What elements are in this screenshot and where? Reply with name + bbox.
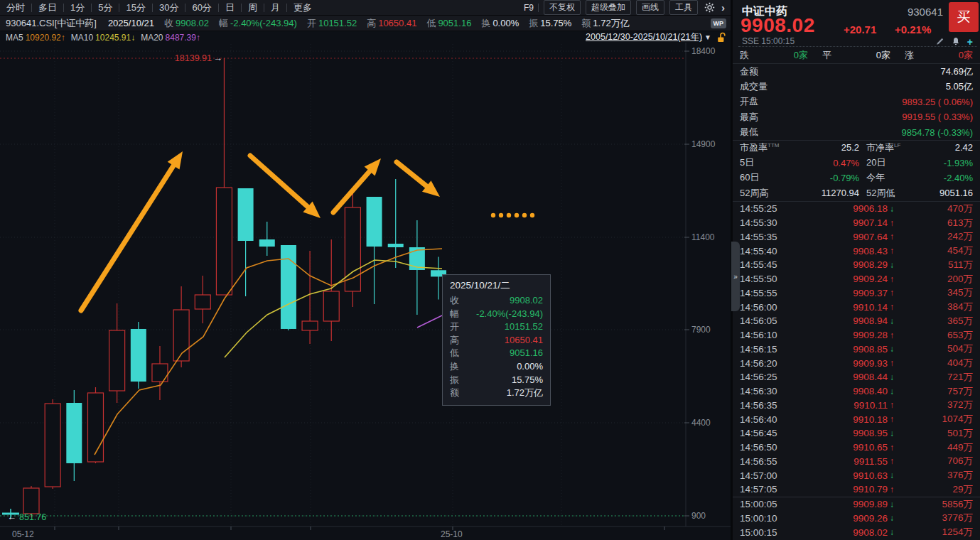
pair-value: 0.47% bbox=[833, 158, 859, 168]
tape-price: 9906.18 bbox=[802, 203, 888, 214]
tape-price: 9910.63 bbox=[802, 470, 888, 481]
arrow-down-icon: ↓ bbox=[888, 428, 901, 438]
tape-row[interactable]: 14:56:309908.40↓757万 bbox=[733, 384, 980, 399]
tape-time: 14:56:45 bbox=[740, 428, 802, 438]
tape-price: 9908.29 bbox=[802, 259, 888, 270]
field-value: 9908.02 bbox=[176, 18, 209, 28]
menu-item-5分[interactable]: 5分 bbox=[92, 1, 119, 14]
price-change: +20.71 bbox=[844, 23, 876, 36]
pair-value: 11270.94 bbox=[822, 188, 859, 198]
stat-label: 成交量 bbox=[740, 80, 768, 93]
menu-item-分时[interactable]: 分时 bbox=[0, 1, 31, 14]
arrow-down-icon: ↓ bbox=[888, 344, 901, 354]
breadth-value: 0家 bbox=[959, 49, 973, 62]
tape-row[interactable]: 14:56:459908.95↓501万 bbox=[733, 426, 980, 441]
stat-row-金额: 金额74.69亿 bbox=[733, 64, 980, 79]
tape-row[interactable]: 15:00:059909.89↓5856万 bbox=[733, 497, 980, 512]
tape-price: 9908.02 bbox=[802, 527, 888, 538]
breadth-平: 平0家 bbox=[815, 47, 898, 63]
tape-row[interactable]: 14:56:009910.14↑384万 bbox=[733, 300, 980, 314]
field-value: 0.00% bbox=[492, 18, 519, 28]
pair-value: -0.79% bbox=[830, 173, 859, 183]
date-range-label[interactable]: 2005/12/30-2025/10/21(21年) bbox=[586, 31, 702, 43]
tape-volume: 384万 bbox=[901, 301, 973, 313]
tape-price: 9908.43 bbox=[802, 246, 888, 256]
menu-item-60分[interactable]: 60分 bbox=[185, 1, 217, 14]
tape-time: 14:55:50 bbox=[740, 274, 802, 284]
tape-price: 9909.93 bbox=[802, 358, 888, 369]
tape-row[interactable]: 14:56:359910.11↑372万 bbox=[733, 399, 980, 413]
tape-time: 14:56:40 bbox=[740, 414, 802, 425]
tape-volume: 501万 bbox=[901, 427, 973, 440]
tooltip-value: 10650.41 bbox=[505, 334, 543, 347]
menu-item-30分[interactable]: 30分 bbox=[153, 1, 185, 14]
tape-row[interactable]: 14:56:209909.93↑404万 bbox=[733, 356, 980, 370]
tape-row[interactable]: 15:00:159908.02↓1254万 bbox=[733, 525, 980, 539]
exchange-timestamp: SSE 15:00:15 bbox=[742, 36, 795, 46]
tape-row[interactable]: 14:56:259908.44↓721万 bbox=[733, 370, 980, 384]
tape-time: 14:56:50 bbox=[740, 442, 802, 453]
chevron-down-icon[interactable]: ▼ bbox=[704, 33, 711, 41]
tape-row[interactable]: 14:56:509910.65↑449万 bbox=[733, 441, 980, 455]
tape-row[interactable]: 14:55:459908.29↓511万 bbox=[733, 258, 980, 272]
pair-label: 今年 bbox=[866, 171, 885, 184]
menu-item-日[interactable]: 日 bbox=[219, 1, 241, 14]
tooltip-label: 高 bbox=[450, 334, 459, 347]
tape-row[interactable]: 15:00:109909.26↓3776万 bbox=[733, 512, 980, 526]
field-振: 振15.75% bbox=[529, 17, 571, 30]
tape-row[interactable]: 14:56:559911.55↑706万 bbox=[733, 455, 980, 469]
tape-row[interactable]: 14:57:059910.79↑29万 bbox=[733, 482, 980, 497]
tape-row[interactable]: 14:56:059908.94↓365万 bbox=[733, 314, 980, 328]
tape-row[interactable]: 14:56:409910.18↑1074万 bbox=[733, 412, 980, 426]
arrow-down-icon: ↓ bbox=[888, 513, 901, 523]
quote-panel: 中证中药 930641 买 9908.02 +20.71 +0.21% SSE … bbox=[733, 0, 980, 540]
add-to-watchlist-icon[interactable]: + bbox=[967, 38, 973, 46]
tape-volume: 404万 bbox=[901, 357, 973, 369]
tooltip-value: 1.72万亿 bbox=[507, 387, 543, 400]
tool-不复权[interactable]: 不复权 bbox=[544, 0, 581, 15]
chevron-right-icon[interactable]: › bbox=[721, 1, 725, 14]
tool-画线[interactable]: 画线 bbox=[636, 0, 664, 15]
arrow-down-icon: ↓ bbox=[888, 470, 901, 480]
menu-item-1分[interactable]: 1分 bbox=[64, 1, 91, 14]
pair-right: 52周低9051.16 bbox=[866, 187, 973, 200]
arrow-down-icon: ↓ bbox=[888, 204, 901, 214]
f9-button[interactable]: F9 bbox=[524, 3, 534, 13]
tape-row[interactable]: 14:55:309907.14↑613万 bbox=[733, 216, 980, 230]
time-and-sales-list[interactable]: 14:55:259906.18↓470万14:55:309907.14↑613万… bbox=[733, 202, 980, 539]
unlock-icon[interactable] bbox=[717, 32, 726, 43]
candle-tooltip: 2025/10/21/二 收9908.02幅-2.40%(-243.94)开10… bbox=[442, 274, 551, 406]
wp-badge-icon[interactable]: WP bbox=[711, 18, 727, 28]
menu-item-多日[interactable]: 多日 bbox=[32, 1, 63, 14]
candlestick-chart[interactable]: 1840014900114007900440090005-1225-101813… bbox=[0, 0, 732, 540]
arrow-up-icon: ↑ bbox=[888, 288, 901, 298]
tape-time: 14:56:30 bbox=[740, 386, 802, 396]
panel-collapse-handle[interactable]: » bbox=[731, 242, 740, 311]
tape-row[interactable]: 14:55:409908.43↑454万 bbox=[733, 244, 980, 258]
tape-row[interactable]: 14:57:009910.63↓376万 bbox=[733, 468, 980, 482]
tooltip-label: 振 bbox=[450, 374, 459, 387]
tape-row[interactable]: 14:55:559909.37↑345万 bbox=[733, 286, 980, 301]
date-range-control[interactable]: 2005/12/30-2025/10/21(21年) ▼ bbox=[586, 31, 726, 43]
pair-label: 5日 bbox=[740, 156, 754, 169]
menu-item-更多[interactable]: 更多 bbox=[287, 1, 318, 14]
tool-超级叠加[interactable]: 超级叠加 bbox=[586, 0, 631, 15]
tape-row[interactable]: 14:55:509909.24↑200万 bbox=[733, 272, 980, 286]
tooltip-row-幅: 幅-2.40%(-243.94) bbox=[450, 308, 543, 321]
tool-工具[interactable]: 工具 bbox=[669, 0, 698, 15]
menu-item-周[interactable]: 周 bbox=[242, 1, 264, 14]
tooltip-label: 换 bbox=[450, 360, 459, 374]
buy-button[interactable]: 买 bbox=[949, 2, 979, 32]
menu-item-15分[interactable]: 15分 bbox=[119, 1, 151, 14]
tape-row[interactable]: 14:55:359907.64↑242万 bbox=[733, 230, 980, 244]
tooltip-row-收: 收9908.02 bbox=[450, 294, 543, 308]
tape-row[interactable]: 14:56:159908.85↓504万 bbox=[733, 342, 980, 357]
tape-row[interactable]: 14:55:259906.18↓470万 bbox=[733, 202, 980, 216]
tooltip-value: 9908.02 bbox=[510, 294, 543, 308]
arrow-up-icon: ↑ bbox=[888, 456, 901, 466]
tape-row[interactable]: 14:56:109909.28↑653万 bbox=[733, 328, 980, 342]
menu-item-月[interactable]: 月 bbox=[264, 1, 286, 14]
gear-icon[interactable] bbox=[704, 2, 715, 13]
tape-price: 9908.85 bbox=[802, 344, 888, 355]
stat-label: 开盘 bbox=[740, 95, 758, 108]
